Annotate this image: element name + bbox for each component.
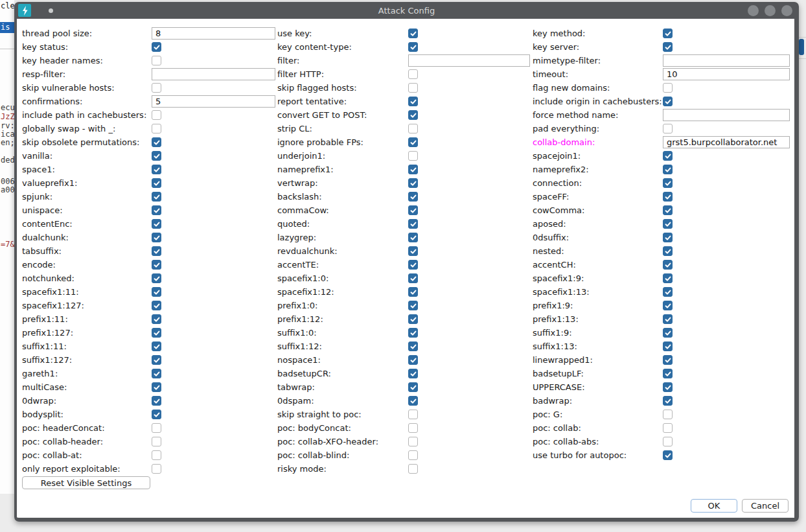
setting-checkbox[interactable] — [663, 301, 673, 310]
setting-checkbox[interactable] — [152, 437, 161, 446]
setting-checkbox[interactable] — [152, 423, 161, 433]
setting-checkbox[interactable] — [663, 192, 673, 202]
setting-checkbox[interactable] — [152, 287, 161, 297]
setting-checkbox[interactable] — [663, 396, 673, 406]
setting-checkbox[interactable] — [408, 355, 418, 365]
setting-checkbox[interactable] — [408, 69, 418, 79]
setting-checkbox[interactable] — [408, 178, 418, 188]
setting-checkbox[interactable] — [408, 205, 418, 215]
setting-checkbox[interactable] — [408, 260, 418, 270]
setting-checkbox[interactable] — [408, 437, 418, 446]
setting-input[interactable] — [663, 136, 790, 148]
setting-checkbox[interactable] — [663, 328, 673, 338]
setting-checkbox[interactable] — [152, 42, 161, 52]
setting-checkbox[interactable] — [663, 165, 673, 174]
setting-checkbox[interactable] — [152, 260, 161, 270]
reset-visible-settings-button[interactable]: Reset Visible Settings — [22, 476, 150, 489]
setting-checkbox[interactable] — [152, 205, 161, 215]
setting-checkbox[interactable] — [408, 233, 418, 242]
setting-checkbox[interactable] — [152, 165, 161, 174]
setting-checkbox[interactable] — [663, 287, 673, 297]
setting-checkbox[interactable] — [408, 192, 418, 202]
setting-input[interactable] — [408, 54, 530, 67]
setting-checkbox[interactable] — [663, 205, 673, 215]
setting-checkbox[interactable] — [152, 341, 161, 351]
setting-checkbox[interactable] — [663, 97, 673, 106]
setting-checkbox[interactable] — [663, 219, 673, 229]
setting-checkbox[interactable] — [408, 328, 418, 338]
cancel-button[interactable]: Cancel — [742, 499, 789, 513]
setting-input[interactable] — [663, 109, 790, 121]
setting-checkbox[interactable] — [152, 56, 161, 65]
setting-checkbox[interactable] — [663, 124, 673, 133]
titlebar[interactable]: Attack Config — [14, 2, 799, 19]
setting-checkbox[interactable] — [152, 464, 161, 474]
setting-input[interactable] — [663, 54, 790, 67]
setting-checkbox[interactable] — [408, 137, 418, 147]
setting-checkbox[interactable] — [152, 328, 161, 338]
setting-checkbox[interactable] — [663, 233, 673, 242]
setting-checkbox[interactable] — [152, 369, 161, 378]
setting-checkbox[interactable] — [408, 450, 418, 460]
setting-checkbox[interactable] — [663, 355, 673, 365]
setting-checkbox[interactable] — [663, 341, 673, 351]
setting-checkbox[interactable] — [152, 219, 161, 229]
setting-checkbox[interactable] — [152, 396, 161, 406]
setting-checkbox[interactable] — [663, 382, 673, 392]
setting-checkbox[interactable] — [408, 151, 418, 161]
setting-checkbox[interactable] — [152, 110, 161, 120]
setting-checkbox[interactable] — [408, 165, 418, 174]
setting-checkbox[interactable] — [408, 219, 418, 229]
setting-checkbox[interactable] — [663, 437, 673, 446]
setting-checkbox[interactable] — [663, 178, 673, 188]
setting-checkbox[interactable] — [152, 178, 161, 188]
setting-checkbox[interactable] — [408, 29, 418, 38]
setting-checkbox[interactable] — [152, 382, 161, 392]
setting-checkbox[interactable] — [408, 273, 418, 283]
setting-checkbox[interactable] — [663, 450, 673, 460]
setting-checkbox[interactable] — [408, 246, 418, 256]
setting-input[interactable] — [663, 68, 790, 80]
setting-checkbox[interactable] — [152, 192, 161, 202]
setting-checkbox[interactable] — [663, 260, 673, 270]
setting-checkbox[interactable] — [663, 83, 673, 93]
setting-checkbox[interactable] — [408, 314, 418, 324]
setting-checkbox[interactable] — [408, 423, 418, 433]
setting-checkbox[interactable] — [408, 464, 418, 474]
setting-checkbox[interactable] — [408, 369, 418, 378]
setting-input[interactable] — [152, 95, 275, 108]
setting-checkbox[interactable] — [152, 151, 161, 161]
setting-checkbox[interactable] — [152, 273, 161, 283]
setting-checkbox[interactable] — [408, 410, 418, 419]
setting-checkbox[interactable] — [663, 410, 673, 419]
setting-checkbox[interactable] — [152, 137, 161, 147]
setting-checkbox[interactable] — [152, 301, 161, 310]
setting-checkbox[interactable] — [408, 396, 418, 406]
setting-checkbox[interactable] — [408, 287, 418, 297]
setting-input[interactable] — [152, 27, 275, 40]
setting-checkbox[interactable] — [152, 410, 161, 419]
ok-button[interactable]: OK — [691, 499, 737, 513]
setting-checkbox[interactable] — [663, 151, 673, 161]
setting-checkbox[interactable] — [663, 314, 673, 324]
setting-checkbox[interactable] — [408, 110, 418, 120]
setting-checkbox[interactable] — [152, 355, 161, 365]
setting-checkbox[interactable] — [408, 124, 418, 133]
setting-checkbox[interactable] — [408, 83, 418, 93]
setting-checkbox[interactable] — [663, 42, 673, 52]
setting-checkbox[interactable] — [152, 246, 161, 256]
setting-checkbox[interactable] — [408, 301, 418, 310]
setting-checkbox[interactable] — [408, 382, 418, 392]
setting-checkbox[interactable] — [152, 233, 161, 242]
setting-checkbox[interactable] — [408, 42, 418, 52]
setting-checkbox[interactable] — [152, 83, 161, 93]
setting-checkbox[interactable] — [663, 273, 673, 283]
setting-checkbox[interactable] — [152, 450, 161, 460]
setting-input[interactable] — [152, 68, 275, 80]
setting-checkbox[interactable] — [663, 29, 673, 38]
setting-checkbox[interactable] — [663, 246, 673, 256]
setting-checkbox[interactable] — [152, 124, 161, 133]
setting-checkbox[interactable] — [152, 314, 161, 324]
setting-checkbox[interactable] — [663, 369, 673, 378]
setting-checkbox[interactable] — [408, 341, 418, 351]
